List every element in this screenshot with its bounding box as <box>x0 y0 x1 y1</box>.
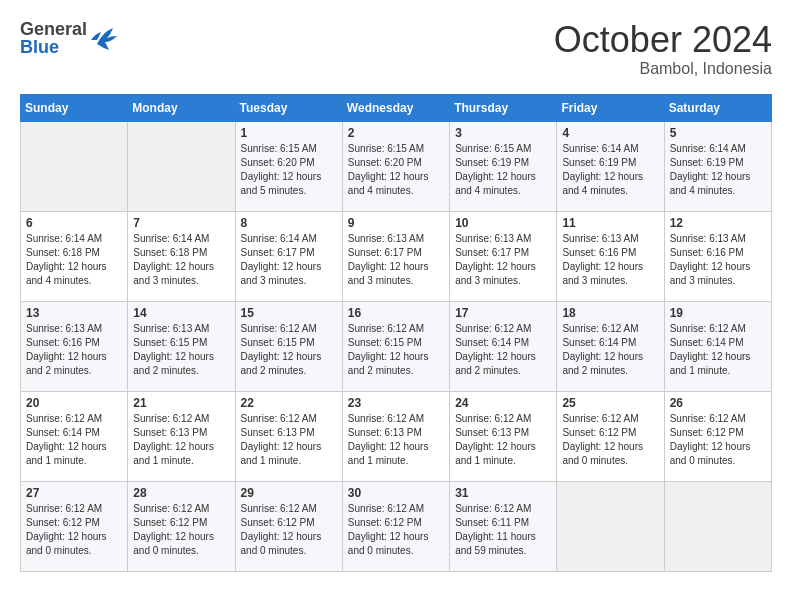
calendar-cell <box>21 121 128 211</box>
logo-general-text: General <box>20 20 87 38</box>
logo-bird-icon <box>89 24 121 56</box>
day-info: Sunrise: 6:12 AM Sunset: 6:12 PM Dayligh… <box>348 502 444 558</box>
day-number: 8 <box>241 216 337 230</box>
day-info: Sunrise: 6:15 AM Sunset: 6:20 PM Dayligh… <box>241 142 337 198</box>
day-info: Sunrise: 6:14 AM Sunset: 6:18 PM Dayligh… <box>133 232 229 288</box>
day-info: Sunrise: 6:12 AM Sunset: 6:13 PM Dayligh… <box>348 412 444 468</box>
day-number: 11 <box>562 216 658 230</box>
day-number: 22 <box>241 396 337 410</box>
title-block: October 2024 Bambol, Indonesia <box>554 20 772 78</box>
day-of-week-header: Friday <box>557 94 664 121</box>
day-info: Sunrise: 6:12 AM Sunset: 6:14 PM Dayligh… <box>455 322 551 378</box>
calendar-cell: 21Sunrise: 6:12 AM Sunset: 6:13 PM Dayli… <box>128 391 235 481</box>
calendar-header-row: SundayMondayTuesdayWednesdayThursdayFrid… <box>21 94 772 121</box>
calendar-cell: 31Sunrise: 6:12 AM Sunset: 6:11 PM Dayli… <box>450 481 557 571</box>
day-info: Sunrise: 6:12 AM Sunset: 6:12 PM Dayligh… <box>241 502 337 558</box>
day-info: Sunrise: 6:12 AM Sunset: 6:12 PM Dayligh… <box>26 502 122 558</box>
day-number: 6 <box>26 216 122 230</box>
day-number: 19 <box>670 306 766 320</box>
day-info: Sunrise: 6:12 AM Sunset: 6:14 PM Dayligh… <box>670 322 766 378</box>
page-header: General Blue October 2024 Bambol, Indone… <box>20 20 772 78</box>
month-title: October 2024 <box>554 20 772 60</box>
day-number: 9 <box>348 216 444 230</box>
calendar-cell: 28Sunrise: 6:12 AM Sunset: 6:12 PM Dayli… <box>128 481 235 571</box>
logo: General Blue <box>20 20 121 56</box>
day-number: 21 <box>133 396 229 410</box>
day-info: Sunrise: 6:12 AM Sunset: 6:12 PM Dayligh… <box>133 502 229 558</box>
calendar-cell: 2Sunrise: 6:15 AM Sunset: 6:20 PM Daylig… <box>342 121 449 211</box>
day-info: Sunrise: 6:13 AM Sunset: 6:17 PM Dayligh… <box>348 232 444 288</box>
calendar-week-row: 27Sunrise: 6:12 AM Sunset: 6:12 PM Dayli… <box>21 481 772 571</box>
calendar-cell <box>128 121 235 211</box>
calendar-cell: 29Sunrise: 6:12 AM Sunset: 6:12 PM Dayli… <box>235 481 342 571</box>
calendar-cell: 22Sunrise: 6:12 AM Sunset: 6:13 PM Dayli… <box>235 391 342 481</box>
calendar-cell: 1Sunrise: 6:15 AM Sunset: 6:20 PM Daylig… <box>235 121 342 211</box>
day-info: Sunrise: 6:13 AM Sunset: 6:15 PM Dayligh… <box>133 322 229 378</box>
calendar-cell: 23Sunrise: 6:12 AM Sunset: 6:13 PM Dayli… <box>342 391 449 481</box>
calendar-cell: 14Sunrise: 6:13 AM Sunset: 6:15 PM Dayli… <box>128 301 235 391</box>
day-info: Sunrise: 6:15 AM Sunset: 6:20 PM Dayligh… <box>348 142 444 198</box>
day-of-week-header: Monday <box>128 94 235 121</box>
calendar-cell: 24Sunrise: 6:12 AM Sunset: 6:13 PM Dayli… <box>450 391 557 481</box>
day-info: Sunrise: 6:12 AM Sunset: 6:13 PM Dayligh… <box>455 412 551 468</box>
calendar-cell: 6Sunrise: 6:14 AM Sunset: 6:18 PM Daylig… <box>21 211 128 301</box>
calendar-cell: 19Sunrise: 6:12 AM Sunset: 6:14 PM Dayli… <box>664 301 771 391</box>
day-number: 25 <box>562 396 658 410</box>
day-number: 17 <box>455 306 551 320</box>
day-number: 30 <box>348 486 444 500</box>
day-number: 18 <box>562 306 658 320</box>
day-number: 28 <box>133 486 229 500</box>
day-info: Sunrise: 6:14 AM Sunset: 6:18 PM Dayligh… <box>26 232 122 288</box>
calendar-cell: 17Sunrise: 6:12 AM Sunset: 6:14 PM Dayli… <box>450 301 557 391</box>
logo-blue-text: Blue <box>20 38 87 56</box>
day-number: 24 <box>455 396 551 410</box>
logo-name: General Blue <box>20 20 87 56</box>
day-info: Sunrise: 6:14 AM Sunset: 6:17 PM Dayligh… <box>241 232 337 288</box>
day-of-week-header: Wednesday <box>342 94 449 121</box>
day-number: 27 <box>26 486 122 500</box>
calendar-cell: 13Sunrise: 6:13 AM Sunset: 6:16 PM Dayli… <box>21 301 128 391</box>
calendar-cell: 26Sunrise: 6:12 AM Sunset: 6:12 PM Dayli… <box>664 391 771 481</box>
day-info: Sunrise: 6:15 AM Sunset: 6:19 PM Dayligh… <box>455 142 551 198</box>
day-info: Sunrise: 6:12 AM Sunset: 6:14 PM Dayligh… <box>562 322 658 378</box>
calendar-cell: 4Sunrise: 6:14 AM Sunset: 6:19 PM Daylig… <box>557 121 664 211</box>
calendar-cell: 10Sunrise: 6:13 AM Sunset: 6:17 PM Dayli… <box>450 211 557 301</box>
calendar-table: SundayMondayTuesdayWednesdayThursdayFrid… <box>20 94 772 572</box>
day-number: 16 <box>348 306 444 320</box>
calendar-cell: 11Sunrise: 6:13 AM Sunset: 6:16 PM Dayli… <box>557 211 664 301</box>
calendar-cell: 9Sunrise: 6:13 AM Sunset: 6:17 PM Daylig… <box>342 211 449 301</box>
day-info: Sunrise: 6:14 AM Sunset: 6:19 PM Dayligh… <box>670 142 766 198</box>
day-info: Sunrise: 6:12 AM Sunset: 6:14 PM Dayligh… <box>26 412 122 468</box>
day-info: Sunrise: 6:12 AM Sunset: 6:12 PM Dayligh… <box>562 412 658 468</box>
calendar-week-row: 1Sunrise: 6:15 AM Sunset: 6:20 PM Daylig… <box>21 121 772 211</box>
calendar-week-row: 13Sunrise: 6:13 AM Sunset: 6:16 PM Dayli… <box>21 301 772 391</box>
day-number: 23 <box>348 396 444 410</box>
calendar-cell: 18Sunrise: 6:12 AM Sunset: 6:14 PM Dayli… <box>557 301 664 391</box>
calendar-cell: 15Sunrise: 6:12 AM Sunset: 6:15 PM Dayli… <box>235 301 342 391</box>
day-of-week-header: Sunday <box>21 94 128 121</box>
day-info: Sunrise: 6:12 AM Sunset: 6:13 PM Dayligh… <box>133 412 229 468</box>
location-text: Bambol, Indonesia <box>554 60 772 78</box>
day-info: Sunrise: 6:14 AM Sunset: 6:19 PM Dayligh… <box>562 142 658 198</box>
day-number: 26 <box>670 396 766 410</box>
day-info: Sunrise: 6:12 AM Sunset: 6:12 PM Dayligh… <box>670 412 766 468</box>
day-info: Sunrise: 6:13 AM Sunset: 6:16 PM Dayligh… <box>562 232 658 288</box>
day-number: 31 <box>455 486 551 500</box>
calendar-cell: 30Sunrise: 6:12 AM Sunset: 6:12 PM Dayli… <box>342 481 449 571</box>
day-number: 4 <box>562 126 658 140</box>
calendar-cell: 27Sunrise: 6:12 AM Sunset: 6:12 PM Dayli… <box>21 481 128 571</box>
calendar-cell <box>557 481 664 571</box>
day-of-week-header: Tuesday <box>235 94 342 121</box>
day-info: Sunrise: 6:12 AM Sunset: 6:15 PM Dayligh… <box>348 322 444 378</box>
day-number: 15 <box>241 306 337 320</box>
calendar-cell: 12Sunrise: 6:13 AM Sunset: 6:16 PM Dayli… <box>664 211 771 301</box>
day-of-week-header: Thursday <box>450 94 557 121</box>
day-number: 13 <box>26 306 122 320</box>
day-number: 2 <box>348 126 444 140</box>
day-number: 10 <box>455 216 551 230</box>
calendar-body: 1Sunrise: 6:15 AM Sunset: 6:20 PM Daylig… <box>21 121 772 571</box>
calendar-cell: 16Sunrise: 6:12 AM Sunset: 6:15 PM Dayli… <box>342 301 449 391</box>
day-number: 7 <box>133 216 229 230</box>
day-number: 20 <box>26 396 122 410</box>
calendar-cell <box>664 481 771 571</box>
